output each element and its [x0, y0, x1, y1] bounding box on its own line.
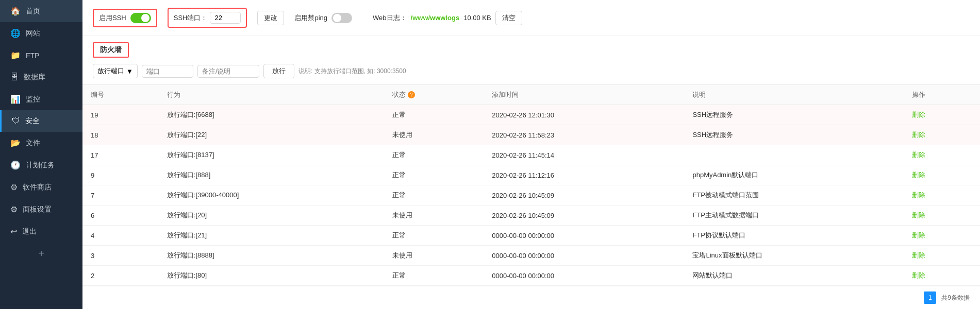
col-header-time: 添加时间	[484, 85, 684, 105]
ssh-port-input[interactable]	[210, 12, 241, 24]
cell-remark: 宝塔Linux面板默认端口	[684, 246, 904, 266]
sidebar-item-cron[interactable]: 🕐 计划任务	[0, 154, 82, 176]
total-count: 共9条数据	[941, 294, 970, 301]
sidebar-item-logout[interactable]: ↩ 退出	[0, 220, 82, 243]
cell-delete: 删除	[904, 145, 980, 165]
cell-delete: 删除	[904, 185, 980, 205]
cell-action: 放行端口:[21]	[159, 226, 384, 246]
ssh-toggle[interactable]	[130, 13, 151, 23]
firewall-title-bar: 防火墙	[82, 36, 980, 58]
home-icon: 🏠	[10, 6, 21, 16]
cell-delete: 删除	[904, 165, 980, 185]
delete-button[interactable]: 删除	[912, 191, 925, 200]
cell-action: 放行端口:[39000-40000]	[159, 185, 384, 205]
sidebar-item-appstore[interactable]: ⚙ 软件商店	[0, 176, 82, 198]
delete-button[interactable]: 删除	[912, 150, 925, 160]
status-help-icon[interactable]: ?	[408, 91, 415, 98]
sidebar-item-ftp[interactable]: 📁 FTP	[0, 44, 82, 66]
cell-time: 2020-02-26 11:58:23	[484, 125, 684, 145]
cell-id: 4	[82, 226, 159, 246]
sidebar-item-files[interactable]: 📂 文件	[0, 132, 82, 154]
sidebar-item-settings[interactable]: ⚙ 面板设置	[0, 198, 82, 220]
cell-action: 放行端口:[80]	[159, 266, 384, 286]
cell-time: 0000-00-00 00:00:00	[484, 226, 684, 246]
sidebar-item-database[interactable]: 🗄 数据库	[0, 66, 82, 88]
web-log-path: /www/wwwlogs	[411, 14, 460, 22]
page-number[interactable]: 1	[924, 291, 936, 304]
status-header: 状态 ?	[392, 90, 415, 99]
cell-id: 19	[82, 105, 159, 125]
sidebar-item-label: 文件	[26, 139, 40, 148]
port-filter-input[interactable]	[142, 65, 193, 78]
sidebar-item-monitor[interactable]: 📊 监控	[0, 88, 82, 110]
cell-remark: 网站默认端口	[684, 266, 904, 286]
cell-remark: FTP主动模式数据端口	[684, 205, 904, 226]
sidebar-item-website[interactable]: 🌐 网站	[0, 22, 82, 44]
cell-action: 放行端口:[20]	[159, 205, 384, 226]
cell-remark	[684, 145, 904, 165]
allow-button[interactable]: 放行	[263, 64, 294, 78]
files-icon: 📂	[10, 138, 21, 148]
cell-id: 7	[82, 185, 159, 205]
delete-button[interactable]: 删除	[912, 271, 925, 280]
delete-button[interactable]: 删除	[912, 251, 925, 260]
port-type-select[interactable]: 放行端口 ▼	[93, 64, 138, 78]
col-header-id: 编号	[82, 85, 159, 105]
cell-delete: 删除	[904, 246, 980, 266]
sidebar-item-security[interactable]: 🛡 安全	[0, 110, 82, 132]
delete-button[interactable]: 删除	[912, 231, 925, 240]
table-row: 7 放行端口:[39000-40000] 正常 2020-02-26 10:45…	[82, 185, 980, 205]
change-port-button[interactable]: 更改	[257, 11, 284, 25]
cell-delete: 删除	[904, 226, 980, 246]
cell-delete: 删除	[904, 205, 980, 226]
appstore-icon: ⚙	[10, 182, 18, 192]
cell-remark: FTP协议默认端口	[684, 226, 904, 246]
add-icon: +	[38, 248, 44, 260]
settings-icon: ⚙	[10, 204, 18, 214]
sidebar-item-label: 退出	[22, 227, 37, 236]
table-row: 18 放行端口:[22] 未使用 2020-02-26 11:58:23 SSH…	[82, 125, 980, 145]
remark-filter-input[interactable]	[197, 65, 259, 78]
sidebar-item-label: FTP	[26, 52, 39, 60]
cell-action: 放行端口:[8888]	[159, 246, 384, 266]
cell-id: 3	[82, 246, 159, 266]
sidebar-item-label: 首页	[26, 7, 40, 16]
cell-time: 2020-02-26 10:45:09	[484, 185, 684, 205]
ssh-group: 启用SSH	[93, 9, 157, 27]
ping-group: 启用禁ping	[294, 13, 352, 23]
table-row: 19 放行端口:[6688] 正常 2020-02-26 12:01:30 SS…	[82, 105, 980, 125]
delete-button[interactable]: 删除	[912, 130, 925, 140]
cell-action: 放行端口:[8137]	[159, 145, 384, 165]
cell-remark: SSH远程服务	[684, 125, 904, 145]
table-row: 6 放行端口:[20] 未使用 2020-02-26 10:45:09 FTP主…	[82, 205, 980, 226]
col-header-action-op: 操作	[904, 85, 980, 105]
sidebar-item-label: 计划任务	[26, 161, 55, 170]
table-row: 4 放行端口:[21] 正常 0000-00-00 00:00:00 FTP协议…	[82, 226, 980, 246]
cell-id: 18	[82, 125, 159, 145]
cell-action: 放行端口:[22]	[159, 125, 384, 145]
firewall-table: 编号 行为 状态 ? 添加时间 说明 操作 19 放行端口:[6688] 正常 …	[82, 84, 980, 286]
cell-time: 2020-02-26 12:01:30	[484, 105, 684, 125]
firewall-title: 防火墙	[93, 42, 129, 58]
monitor-icon: 📊	[10, 94, 21, 104]
sidebar-add-button[interactable]: +	[0, 243, 82, 265]
sidebar-item-home[interactable]: 🏠 首页	[0, 0, 82, 22]
port-label: SSH端口：	[174, 13, 208, 23]
cell-id: 17	[82, 145, 159, 165]
delete-button[interactable]: 删除	[912, 211, 925, 220]
web-log-group: Web日志： /www/wwwlogs 10.00 KB 清空	[373, 11, 522, 25]
col-header-action: 行为	[159, 85, 384, 105]
database-icon: 🗄	[10, 73, 19, 82]
logout-icon: ↩	[10, 227, 17, 236]
sidebar-item-label: 数据库	[24, 73, 45, 82]
main-content: 启用SSH SSH端口： 更改 启用禁ping Web日志： /www/wwwl…	[82, 0, 980, 309]
sidebar-item-label: 软件商店	[23, 183, 52, 192]
delete-button[interactable]: 删除	[912, 170, 925, 180]
col-header-status: 状态 ?	[384, 85, 484, 105]
filter-bar: 放行端口 ▼ 放行 说明: 支持放行端口范围, 如: 3000:3500	[82, 58, 980, 84]
delete-button[interactable]: 删除	[912, 110, 925, 119]
clear-log-button[interactable]: 清空	[495, 11, 522, 25]
cell-remark: FTP被动模式端口范围	[684, 185, 904, 205]
ping-toggle[interactable]	[331, 13, 352, 23]
ping-label: 启用禁ping	[294, 13, 327, 23]
